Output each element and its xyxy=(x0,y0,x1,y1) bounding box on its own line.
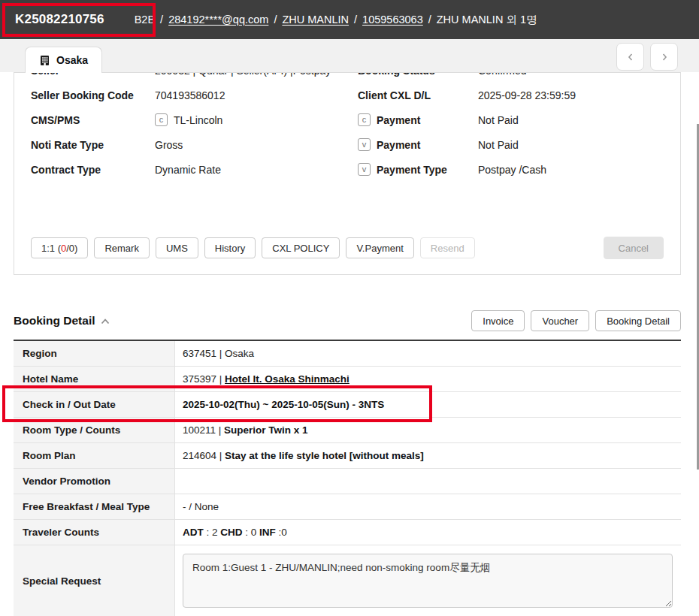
noti-rate-type-label: Noti Rate Type xyxy=(31,137,155,152)
seller-value: 200032 | Qunar | Seller(API) |Postpay xyxy=(155,72,337,78)
booking-detail-section-header: Booking Detail Invoice Voucher Booking D… xyxy=(14,310,681,331)
remark-button[interactable]: Remark xyxy=(94,237,150,258)
booking-detail-button[interactable]: Booking Detail xyxy=(595,310,681,331)
adt-label: ADT xyxy=(183,527,204,538)
check-in-out-dates: 2025-10-02(Thu) ~ 2025-10-05(Sun) - 3NTS xyxy=(183,399,384,410)
table-row-hotel-name: Hotel Name 375397 | Hotel It. Osaka Shin… xyxy=(14,367,681,392)
room-plan-value: 214604 | Stay at the life style hotel [w… xyxy=(175,443,681,468)
separator: / xyxy=(354,14,357,26)
c-badge-icon: c xyxy=(155,113,168,126)
tab-nav-buttons xyxy=(616,43,678,71)
guest-id-link[interactable]: 1059563063 xyxy=(362,14,423,26)
ratio-highlight: 0 xyxy=(61,243,66,254)
tab-osaka[interactable]: Osaka xyxy=(25,47,102,73)
table-row-vendor-promotion: Vendor Promotion xyxy=(14,469,681,494)
c-badge-icon: c xyxy=(358,113,371,126)
seller-booking-code-label: Seller Booking Code xyxy=(31,88,155,103)
free-breakfast-value: - / None xyxy=(175,494,681,519)
inf-label: INF xyxy=(259,527,276,538)
hotel-name-value: 375397 | Hotel It. Osaka Shinmachi xyxy=(175,367,681,391)
booking-number: K25082210756 xyxy=(15,12,104,27)
contract-type-value: Dynamic Rate xyxy=(155,162,337,177)
room-type-value: 100211 | Superior Twin x 1 xyxy=(175,418,681,442)
table-row-room-type: Room Type / Counts 100211 | Superior Twi… xyxy=(14,418,681,443)
ums-button[interactable]: UMS xyxy=(156,237,198,258)
cancel-button[interactable]: Cancel xyxy=(604,237,664,259)
client-cxl-dl-value: 2025-09-28 23:59:59 xyxy=(478,88,576,103)
voucher-button[interactable]: Voucher xyxy=(531,310,589,331)
v-payment-label: Payment xyxy=(377,137,420,152)
special-request-textarea[interactable]: Room 1:Guest 1 - ZHU/MANLIN;need non-smo… xyxy=(183,554,673,608)
vendor-promotion-value xyxy=(175,469,681,494)
resend-button[interactable]: Resend xyxy=(420,237,475,258)
table-row-traveler-counts: Traveler Counts ADT : 2 CHD : 0 INF :0 xyxy=(14,520,681,545)
adt-value: : 2 xyxy=(204,527,221,538)
c-payment-label: Payment xyxy=(377,113,420,128)
chevron-right-icon xyxy=(660,53,669,62)
booking-summary-card: Seller 200032 | Qunar | Seller(API) |Pos… xyxy=(14,72,681,275)
special-request-label: Special Request xyxy=(14,545,175,616)
chd-value: : 0 xyxy=(243,527,260,538)
region-label: Region xyxy=(14,341,175,366)
chd-label: CHD xyxy=(220,527,242,538)
v-payment-button[interactable]: V.Payment xyxy=(346,237,413,258)
guest-summary: ZHU MANLIN 외 1명 xyxy=(437,13,537,27)
chevron-left-icon xyxy=(626,53,635,62)
cxl-policy-button[interactable]: CXL POLICY xyxy=(262,237,340,258)
guest-name-link[interactable]: ZHU MANLIN xyxy=(282,14,349,26)
summary-grid: Seller 200032 | Qunar | Seller(API) |Pos… xyxy=(14,72,680,187)
client-cxl-dl-label: Client CXL D/L xyxy=(358,88,431,103)
collapse-chevron-up-icon[interactable] xyxy=(101,319,110,325)
region-value: 637451 | Osaka xyxy=(175,341,681,366)
cms-pms-value: c TL-Lincoln xyxy=(155,113,337,128)
booking-detail-table: Region 637451 | Osaka Hotel Name 375397 … xyxy=(14,340,681,616)
seller-label: Seller xyxy=(31,72,155,78)
v-badge-icon: v xyxy=(358,163,371,176)
detail-section-buttons: Invoice Voucher Booking Detail xyxy=(471,310,681,331)
contract-type-label: Contract Type xyxy=(31,162,155,177)
c-payment-value: Not Paid xyxy=(478,113,519,128)
hotel-name-link[interactable]: Hotel It. Osaka Shinmachi xyxy=(225,373,350,385)
v-badge-icon: v xyxy=(358,138,371,151)
room-plan-text: Stay at the life style hotel [without me… xyxy=(225,450,424,461)
check-in-out-value: 2025-10-02(Thu) ~ 2025-10-05(Sun) - 3NTS xyxy=(175,392,681,417)
tab-osaka-label: Osaka xyxy=(56,54,88,66)
free-breakfast-label: Free Breakfast / Meal Type xyxy=(14,494,175,519)
booking-status-value: Confirmed xyxy=(478,72,527,78)
v-payment-value: Not Paid xyxy=(478,137,519,152)
prev-tab-button[interactable] xyxy=(616,43,644,71)
inf-value: :0 xyxy=(276,527,287,538)
ratio-button[interactable]: 1:1 (0/0) xyxy=(31,237,88,258)
special-request-cell: Room 1:Guest 1 - ZHU/MANLIN;need non-smo… xyxy=(175,545,681,616)
client-email-link[interactable]: 284192****@qq.com xyxy=(168,14,268,26)
ratio-suffix: /0) xyxy=(66,243,77,254)
vendor-promotion-label: Vendor Promotion xyxy=(14,469,175,494)
room-type-code: 100211 | xyxy=(183,424,224,436)
v-payment-type-label: Payment Type xyxy=(377,162,447,177)
table-row-check-in-out: Check in / Out Date 2025-10-02(Thu) ~ 20… xyxy=(14,392,681,418)
cms-pms-text: TL-Lincoln xyxy=(174,113,222,128)
next-tab-button[interactable] xyxy=(650,43,678,71)
summary-left-column: Seller 200032 | Qunar | Seller(API) |Pos… xyxy=(31,72,358,187)
history-button[interactable]: History xyxy=(204,237,256,258)
hotel-code: 375397 | xyxy=(183,373,225,385)
ratio-prefix: 1:1 ( xyxy=(41,243,61,254)
booking-detail-title: Booking Detail xyxy=(14,314,95,328)
separator: / xyxy=(428,14,431,26)
booking-status-label: Booking Status xyxy=(358,72,435,78)
v-payment-type-value: Postpay /Cash xyxy=(478,162,546,177)
room-plan-code: 214604 | xyxy=(183,450,225,461)
hotel-building-icon xyxy=(39,55,50,66)
channel-label: B2B xyxy=(135,14,155,26)
tab-strip: Osaka xyxy=(0,39,699,72)
cms-pms-label: CMS/PMS xyxy=(31,113,155,128)
table-row-room-plan: Room Plan 214604 | Stay at the life styl… xyxy=(14,443,681,469)
table-row-region: Region 637451 | Osaka xyxy=(14,341,681,367)
summary-right-column: Booking Status Confirmed Client CXL D/L … xyxy=(358,72,680,187)
invoice-button[interactable]: Invoice xyxy=(471,310,525,331)
hotel-name-label: Hotel Name xyxy=(14,367,175,391)
room-type-label: Room Type / Counts xyxy=(14,418,175,442)
room-plan-label: Room Plan xyxy=(14,443,175,468)
separator: / xyxy=(160,14,163,26)
traveler-counts-value: ADT : 2 CHD : 0 INF :0 xyxy=(175,520,681,545)
